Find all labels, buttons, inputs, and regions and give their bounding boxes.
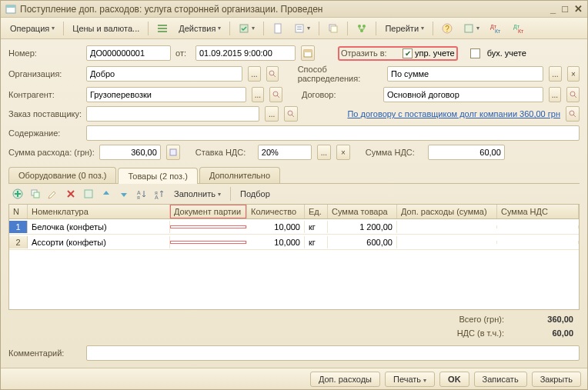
tab-toolbar: Aя яA Заполнить ▾ Подбор (8, 184, 580, 204)
method-field[interactable]: По сумме (387, 66, 543, 82)
goto-menu[interactable]: Перейти ▾ (380, 22, 429, 35)
order-pick-button[interactable]: ... (265, 106, 279, 122)
extra-button[interactable]: Доп. расходы (310, 372, 380, 387)
post-icon[interactable]: ▾ (234, 21, 259, 36)
number-field[interactable]: ДО000000001 (86, 45, 171, 61)
doc-icon[interactable] (268, 21, 288, 36)
debt-link[interactable]: По договору с поставщиком долг компании … (347, 109, 560, 118)
total-label: Всего (грн): (459, 315, 505, 324)
titlebar: Поступление доп. расходов: услуга сторон… (1, 1, 587, 18)
org-open-button[interactable] (266, 66, 279, 82)
col-qty[interactable]: Количество (247, 205, 305, 218)
edit-row-icon[interactable] (45, 186, 61, 202)
org-pick-button[interactable]: ... (248, 66, 260, 82)
svg-point-12 (358, 25, 361, 28)
maximize-button[interactable]: □ (562, 3, 568, 15)
method-pick-button[interactable]: ... (549, 66, 561, 82)
close-footer-button[interactable]: Закрыть (532, 372, 581, 387)
tab-equipment[interactable]: Оборудование (0 поз.) (8, 167, 116, 183)
org-label: Организация: (8, 69, 82, 78)
operation-menu[interactable]: Операция ▾ (5, 22, 59, 35)
col-sum[interactable]: Сумма товара (328, 205, 397, 218)
print-button[interactable]: Печать ▾ (385, 372, 435, 387)
tab-goods[interactable]: Товары (2 поз.) (118, 168, 197, 184)
col-nom[interactable]: Номенклатура (28, 205, 170, 218)
contract-pick-button[interactable]: ... (549, 87, 562, 102)
vatsum-field[interactable]: 60,00 (428, 145, 505, 160)
table-row[interactable]: 2 Ассорти (конфеты) 10,000 кг 600,00 (9, 235, 579, 250)
add-row-icon[interactable] (10, 186, 25, 202)
contr-open-button[interactable] (269, 87, 282, 102)
sum-label: Сумма расхода: (грн): (8, 148, 95, 157)
minimize-button[interactable]: _ (550, 3, 556, 15)
ok-button[interactable]: OK (439, 372, 469, 387)
close-button[interactable]: ✕ (574, 3, 583, 15)
contr-pick-button[interactable]: ... (252, 87, 265, 102)
svg-rect-6 (275, 24, 281, 33)
dtkt2-icon[interactable]: ДтКт (509, 21, 530, 36)
dtkt-icon[interactable]: ДтКт (486, 21, 507, 36)
sum-calc-button[interactable] (166, 145, 180, 160)
svg-text:Кт: Кт (518, 28, 524, 34)
select-button[interactable]: Подбор (236, 187, 275, 201)
comment-field[interactable] (86, 345, 580, 361)
content-field[interactable] (86, 125, 580, 141)
sum-field[interactable]: 360,00 (99, 145, 161, 160)
vatrate-clear-button[interactable]: × (336, 145, 350, 160)
org-field[interactable]: Добро (86, 66, 242, 82)
col-n[interactable]: N (9, 205, 28, 218)
copy-row-icon[interactable] (28, 186, 43, 202)
save-button[interactable]: Записать (474, 372, 527, 387)
contract-open-button[interactable] (566, 87, 580, 102)
tabs: Оборудование (0 поз.) Товары (2 поз.) До… (8, 167, 580, 184)
move-down-icon[interactable] (116, 186, 132, 202)
settings-icon[interactable]: ▾ (459, 21, 484, 36)
svg-text:?: ? (445, 25, 449, 33)
refresh-icon[interactable] (81, 186, 96, 202)
footer: Доп. расходы Печать ▾ OK Записать Закрыт… (1, 368, 587, 389)
upr-checkbox[interactable]: ✔ (403, 48, 413, 58)
date-field[interactable]: 01.09.2015 9:00:00 (195, 45, 296, 61)
contract-field[interactable]: Основной договор (383, 87, 543, 102)
sort-desc-icon[interactable]: яA (152, 186, 167, 202)
svg-rect-39 (34, 192, 39, 198)
sort-asc-icon[interactable]: Aя (134, 186, 149, 202)
window: Поступление доп. расходов: услуга сторон… (0, 0, 588, 390)
col-doc[interactable]: Документ партии (170, 205, 247, 218)
svg-rect-7 (296, 25, 303, 32)
contract-label: Договор: (302, 90, 379, 99)
prices-button[interactable]: Цены и валюта... (68, 22, 144, 35)
col-vat[interactable]: Сумма НДС (497, 205, 579, 218)
debt-open-button[interactable] (566, 106, 580, 122)
vat-total-value: 60,00 (527, 328, 573, 338)
help-icon[interactable]: ? (437, 21, 457, 36)
delete-row-icon[interactable] (63, 186, 79, 202)
contr-field[interactable]: Грузоперевозки (86, 87, 246, 102)
fill-menu[interactable]: Заполнить ▾ (169, 187, 226, 201)
svg-rect-4 (158, 31, 167, 32)
svg-rect-23 (304, 50, 312, 52)
move-up-icon[interactable] (99, 186, 114, 202)
order-label: Заказ поставщику: (8, 109, 82, 118)
method-label: Способ распределения: (298, 65, 383, 83)
svg-line-29 (574, 95, 576, 98)
method-clear-button[interactable]: × (567, 66, 580, 82)
vatrate-pick-button[interactable]: ... (317, 145, 331, 160)
calendar-button[interactable] (301, 45, 315, 61)
menu-icon[interactable] (152, 21, 172, 36)
vatrate-field[interactable]: 20% (258, 145, 312, 160)
order-field[interactable] (86, 106, 259, 122)
actions-menu[interactable]: Действия ▾ (174, 22, 226, 35)
tab-additional[interactable]: Дополнительно (199, 167, 280, 183)
tree-icon[interactable] (352, 21, 372, 36)
order-open-button[interactable] (284, 106, 298, 122)
copy-icon[interactable] (323, 21, 343, 36)
buh-checkbox[interactable] (470, 48, 480, 58)
grid-body[interactable]: 1 Белочка (конфеты) 10,000 кг 1 200,00 2… (9, 219, 579, 309)
table-row[interactable]: 1 Белочка (конфеты) 10,000 кг 1 200,00 (9, 219, 579, 235)
list-icon[interactable]: ▾ (289, 21, 315, 36)
reflect-label: Отразить в: (341, 48, 395, 58)
col-add[interactable]: Доп. расходы (сумма) (397, 205, 497, 218)
col-unit[interactable]: Ед. (305, 205, 328, 218)
app-icon (5, 4, 16, 15)
